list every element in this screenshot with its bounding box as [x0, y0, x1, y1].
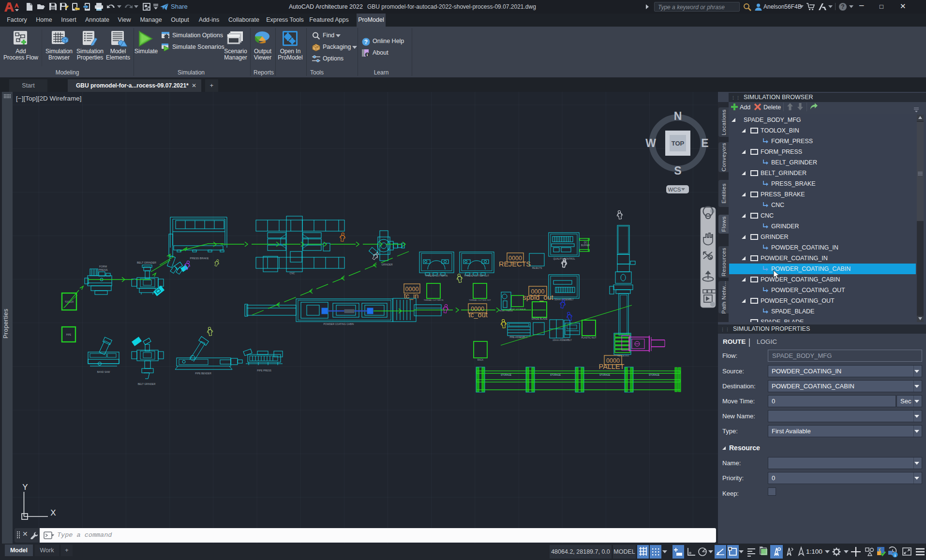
svg-text:?: ? [364, 39, 368, 45]
svg-text:10mm ASSEMBLY: 10mm ASSEMBLY [553, 339, 572, 341]
svg-text:X: X [50, 508, 56, 517]
svg-text:QC: QC [584, 241, 588, 244]
svg-text:THREAD CUTTER IN: THREAD CUTTER IN [425, 275, 448, 277]
svg-text:0000: 0000 [405, 286, 419, 293]
svg-text:STORAGE: STORAGE [649, 374, 659, 376]
svg-text:PRE-ASSEMBLY: PRE-ASSEMBLY [510, 336, 528, 339]
svg-text:Y: Y [22, 483, 28, 492]
svg-text:tc_in: tc_in [404, 292, 419, 300]
svg-text:SPADE BLADE: SPADE BLADE [532, 318, 548, 320]
svg-text:PIPE: PIPE [66, 334, 71, 336]
svg-text:W: W [645, 137, 656, 149]
svg-text:REJECTS: REJECTS [532, 267, 542, 269]
svg-text:GRINDER: GRINDER [381, 263, 392, 266]
svg-text:N: N [674, 110, 682, 122]
svg-text:PRESS BRAKE: PRESS BRAKE [190, 257, 209, 260]
svg-text:POWDER COATING CABIN: POWDER COATING CABIN [324, 323, 354, 325]
svg-text:tc_out: tc_out [468, 311, 488, 319]
svg-text:BELT GRINDER: BELT GRINDER [138, 383, 156, 385]
svg-text:TOP: TOP [672, 140, 685, 147]
svg-text:BUFFER: BUFFER [581, 244, 590, 247]
svg-text:THREAD CUTTER IN: THREAD CUTTER IN [424, 299, 444, 301]
svg-text:PIPE PRESS: PIPE PRESS [257, 369, 271, 372]
svg-text:BAND SAW: BAND SAW [97, 370, 110, 373]
svg-text:PIPE BENDER: PIPE BENDER [195, 372, 211, 375]
svg-text:FORM: FORM [99, 265, 107, 268]
svg-text:PLASTIC NUT: PLASTIC NUT [581, 337, 596, 339]
svg-text:STORAGE: STORAGE [550, 374, 561, 376]
svg-text:PALLET: PALLET [599, 363, 625, 370]
svg-text:STORAGE: STORAGE [501, 374, 511, 376]
svg-text:?: ? [841, 3, 844, 10]
svg-text:CNC: CNC [290, 272, 295, 275]
svg-text:THREAD CUTTER OUT: THREAD CUTTER OUT [469, 299, 491, 301]
svg-text:BELT GRINDER: BELT GRINDER [137, 261, 156, 264]
svg-text:S: S [674, 164, 681, 177]
svg-text:STORAGE: STORAGE [599, 374, 610, 376]
svg-text:REJECTS: REJECTS [499, 260, 531, 268]
svg-text:spbld_out: spbld_out [523, 294, 553, 301]
svg-text:WCS: WCS [668, 187, 681, 192]
svg-text:E: E [701, 137, 708, 149]
svg-text:PRESS: PRESS [99, 268, 108, 271]
svg-text:RACK: RACK [478, 359, 484, 361]
svg-text:THREAD CUTTER OUT: THREAD CUTTER OUT [464, 275, 489, 277]
